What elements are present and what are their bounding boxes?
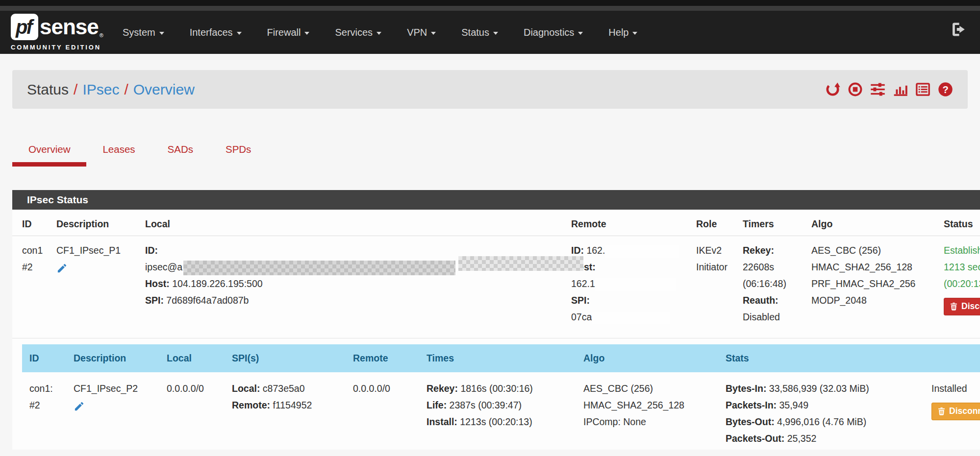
svg-text:?: ? [942, 84, 948, 95]
stats-packets-out-label: Packets-Out: [726, 433, 784, 444]
role-version: IKEv2 [696, 245, 722, 256]
stats-packets-in-label: Packets-In: [726, 400, 777, 410]
child-remote-net: 0.0.0.0/0 [353, 383, 390, 394]
ike-table-header: ID Description Local Remote Role Timers … [12, 210, 980, 236]
breadcrumb-link-ipsec[interactable]: IPsec [82, 81, 119, 97]
tab-sads[interactable]: SADs [151, 136, 209, 167]
ike-id: con1 [22, 245, 43, 256]
cell-remote: 0.0.0.0/0 [346, 372, 419, 450]
col-actions [924, 344, 980, 372]
col-algo: Algo [811, 210, 944, 236]
stop-icon[interactable] [848, 82, 863, 97]
col-remote: Remote [346, 344, 419, 372]
stats-packets-in-value: 35,949 [779, 400, 808, 410]
child-sa-section: ID Description Local SPI(s) Remote Times… [12, 338, 980, 450]
menu-diagnostics-label: Diagnostics [524, 27, 574, 38]
col-description: Description [56, 210, 145, 236]
navbar-second-strip [0, 6, 980, 11]
menu-vpn-label: VPN [407, 27, 427, 38]
redacted-white [592, 312, 670, 324]
col-timers: Timers [743, 210, 811, 236]
edit-pencil-icon[interactable] [74, 401, 85, 412]
local-id-value: ipsec@a [145, 262, 182, 272]
cell-times: Rekey: 1816s (00:30:16) Life: 2387s (00:… [419, 372, 576, 450]
sign-out-icon[interactable] [950, 21, 967, 38]
pf-logo-box: pf [11, 14, 38, 40]
tab-leases[interactable]: Leases [86, 136, 151, 167]
ike-table-row: con1 #2 CF1_IPsec_P1 ID: ipsec@a Host: 1… [12, 236, 980, 332]
menu-firewall[interactable]: Firewall [267, 27, 310, 38]
algo-prf: PRF_HMAC_SHA2_256 [811, 278, 915, 289]
child-local-net: 0.0.0.0/0 [167, 383, 204, 394]
remote-host-value: 162.1 [571, 278, 595, 289]
question-icon[interactable]: ? [938, 82, 953, 97]
sliders-icon[interactable] [870, 82, 885, 97]
child-description: CF1_IPsec_P2 [74, 383, 138, 394]
local-host-value: 104.189.226.195:500 [172, 278, 262, 289]
times-rekey-value: 1816s (00:30:16) [460, 383, 532, 394]
disconnect-label: Disconnect [949, 407, 980, 416]
cell-role: IKEv2 Initiator [696, 236, 743, 332]
disconnect-child-button[interactable]: Disconnect [931, 403, 980, 420]
child-status-installed: Installed [931, 383, 967, 394]
trash-icon [938, 407, 945, 415]
menu-system[interactable]: System [123, 27, 164, 38]
menu-services[interactable]: Services [335, 27, 381, 38]
top-navbar: pf sense ® COMMUNITY EDITION System Inte… [0, 0, 980, 54]
times-rekey-label: Rekey: [427, 383, 458, 394]
col-description: Description [66, 344, 159, 372]
chevron-down-icon [632, 32, 637, 35]
breadcrumb-link-overview[interactable]: Overview [133, 81, 195, 97]
col-algo: Algo [576, 344, 718, 372]
page-action-icons: ? [825, 82, 953, 97]
col-local: Local [145, 210, 571, 236]
child-id: con1: [29, 383, 53, 394]
list-icon[interactable] [915, 82, 930, 97]
spi-local-value: c873e5a0 [263, 383, 305, 394]
child-algo-ipcomp: IPComp: None [583, 416, 646, 427]
ipsec-tabs: Overview Leases SADs SPDs [12, 136, 267, 167]
refresh-icon[interactable] [825, 82, 840, 97]
tab-overview[interactable]: Overview [12, 136, 86, 167]
remote-id-value: 162. [586, 245, 605, 256]
cell-description: CF1_IPsec_P1 [56, 236, 145, 332]
redacted-white [595, 278, 676, 291]
menu-diagnostics[interactable]: Diagnostics [524, 27, 583, 38]
menu-interfaces[interactable]: Interfaces [190, 27, 242, 38]
reauth-value: Disabled [743, 312, 780, 322]
tab-spds[interactable]: SPDs [209, 136, 267, 167]
times-install-label: Install: [427, 416, 457, 427]
breadcrumb-section: Status [27, 81, 69, 97]
chevron-down-icon [431, 32, 436, 35]
edit-pencil-icon[interactable] [56, 263, 68, 274]
main-menu: System Interfaces Firewall Services VPN … [123, 11, 637, 54]
child-id-num: #2 [29, 400, 40, 410]
disconnect-button[interactable]: Disconnect [944, 298, 980, 315]
remote-spi-value: 07ca [571, 312, 592, 322]
chevron-down-icon [304, 32, 309, 35]
cell-algo: AES_CBC (256) HMAC_SHA2_256_128 PRF_HMAC… [811, 236, 944, 332]
times-life-value: 2387s (00:39:47) [450, 400, 522, 410]
child-algo-enc: AES_CBC (256) [583, 383, 653, 394]
menu-vpn[interactable]: VPN [407, 27, 436, 38]
chevron-down-icon [159, 32, 164, 35]
cell-actions: Installed Disconnect [924, 372, 980, 450]
menu-status-label: Status [461, 27, 489, 38]
breadcrumb-separator: / [69, 81, 82, 97]
menu-help[interactable]: Help [608, 27, 637, 38]
spi-remote-label: Remote: [232, 400, 270, 410]
stats-bytes-in-label: Bytes-In: [726, 383, 766, 394]
cell-algo: AES_CBC (256) HMAC_SHA2_256_128 IPComp: … [576, 372, 718, 450]
algo-dh: MODP_2048 [811, 295, 867, 306]
col-role: Role [696, 210, 743, 236]
cell-local: ID: ipsec@a Host: 104.189.226.195:500 SP… [145, 236, 571, 332]
bar-chart-icon[interactable] [893, 82, 908, 97]
ike-description: CF1_IPsec_P1 [56, 245, 121, 256]
pfsense-logo[interactable]: pf sense ® COMMUNITY EDITION [11, 14, 103, 51]
trash-icon [950, 302, 957, 311]
cell-spis: Local: c873e5a0 Remote: f1154952 [225, 372, 346, 450]
menu-status[interactable]: Status [461, 27, 498, 38]
child-table-header: ID Description Local SPI(s) Remote Times… [22, 344, 980, 372]
remote-spi-label: SPI: [571, 295, 590, 306]
registered-mark: ® [100, 32, 103, 38]
